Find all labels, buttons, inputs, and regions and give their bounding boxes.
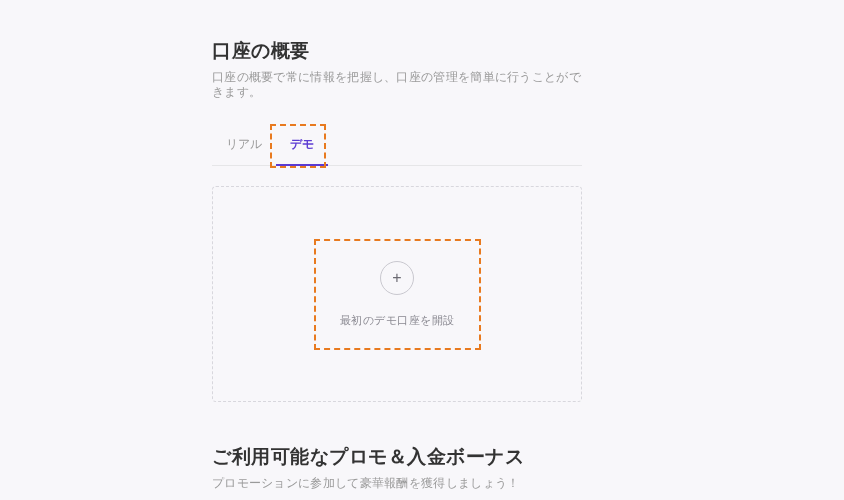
plus-icon: + (380, 261, 414, 295)
demo-account-panel: + 最初のデモ口座を開設 (212, 186, 582, 402)
tab-demo[interactable]: デモ (276, 126, 328, 165)
page-container: 口座の概要 口座の概要で常に情報を把握し、口座の管理を簡単に行うことができます。… (0, 0, 590, 491)
promo-title: ご利用可能なプロモ＆入金ボーナス (212, 444, 590, 470)
tabs-wrap: リアル デモ (212, 126, 582, 166)
overview-subtitle: 口座の概要で常に情報を把握し、口座の管理を簡単に行うことができます。 (212, 70, 590, 100)
tab-real[interactable]: リアル (212, 126, 276, 165)
open-demo-label: 最初のデモ口座を開設 (340, 313, 455, 328)
overview-title: 口座の概要 (212, 38, 590, 64)
account-tabs: リアル デモ (212, 126, 582, 166)
promo-subtitle: プロモーションに参加して豪華報酬を獲得しましょう！ (212, 476, 590, 491)
open-demo-account[interactable]: + 最初のデモ口座を開設 (314, 239, 481, 350)
